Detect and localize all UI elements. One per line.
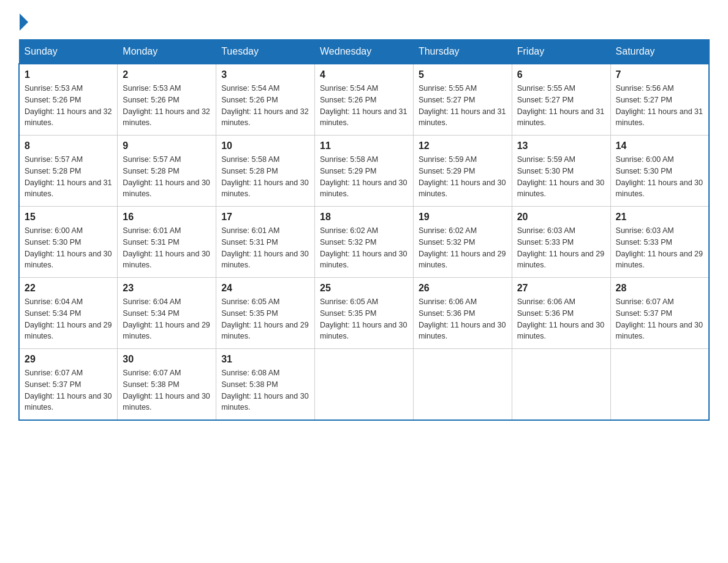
calendar-cell: 28 Sunrise: 6:07 AMSunset: 5:37 PMDaylig… <box>610 278 709 349</box>
calendar-cell: 20 Sunrise: 6:03 AMSunset: 5:33 PMDaylig… <box>512 207 610 278</box>
day-info: Sunrise: 5:57 AMSunset: 5:28 PMDaylight:… <box>25 155 112 198</box>
day-info: Sunrise: 5:59 AMSunset: 5:29 PMDaylight:… <box>419 155 506 198</box>
day-number: 11 <box>320 140 408 151</box>
calendar-week-row: 1 Sunrise: 5:53 AMSunset: 5:26 PMDayligh… <box>19 64 709 136</box>
calendar-week-row: 22 Sunrise: 6:04 AMSunset: 5:34 PMDaylig… <box>19 278 709 349</box>
day-number: 19 <box>419 212 507 223</box>
day-info: Sunrise: 5:58 AMSunset: 5:28 PMDaylight:… <box>221 155 308 198</box>
day-info: Sunrise: 5:53 AMSunset: 5:26 PMDaylight:… <box>25 84 112 127</box>
calendar-cell: 5 Sunrise: 5:55 AMSunset: 5:27 PMDayligh… <box>413 64 512 136</box>
day-info: Sunrise: 6:04 AMSunset: 5:34 PMDaylight:… <box>25 297 112 340</box>
day-info: Sunrise: 6:06 AMSunset: 5:36 PMDaylight:… <box>419 297 506 340</box>
calendar-cell: 4 Sunrise: 5:54 AMSunset: 5:26 PMDayligh… <box>315 64 414 136</box>
day-number: 26 <box>419 283 507 294</box>
day-info: Sunrise: 6:07 AMSunset: 5:37 PMDaylight:… <box>25 369 112 412</box>
calendar-cell: 27 Sunrise: 6:06 AMSunset: 5:36 PMDaylig… <box>512 278 610 349</box>
day-of-week-header: Sunday <box>19 40 118 64</box>
calendar-cell: 21 Sunrise: 6:03 AMSunset: 5:33 PMDaylig… <box>610 207 709 278</box>
calendar-cell: 8 Sunrise: 5:57 AMSunset: 5:28 PMDayligh… <box>19 136 118 207</box>
day-info: Sunrise: 6:01 AMSunset: 5:31 PMDaylight:… <box>123 226 210 269</box>
day-number: 10 <box>221 140 309 151</box>
day-of-week-header: Friday <box>512 40 610 64</box>
day-info: Sunrise: 6:08 AMSunset: 5:38 PMDaylight:… <box>221 369 308 412</box>
day-of-week-header: Saturday <box>610 40 709 64</box>
logo <box>18 12 28 28</box>
day-info: Sunrise: 6:05 AMSunset: 5:35 PMDaylight:… <box>221 297 308 340</box>
day-number: 30 <box>123 354 211 365</box>
calendar-cell <box>413 349 512 421</box>
day-of-week-header: Thursday <box>413 40 512 64</box>
day-number: 25 <box>320 283 408 294</box>
day-number: 6 <box>517 69 605 80</box>
day-info: Sunrise: 6:03 AMSunset: 5:33 PMDaylight:… <box>517 226 604 269</box>
calendar-cell <box>512 349 610 421</box>
calendar-cell: 7 Sunrise: 5:56 AMSunset: 5:27 PMDayligh… <box>610 64 709 136</box>
day-info: Sunrise: 6:00 AMSunset: 5:30 PMDaylight:… <box>616 155 703 198</box>
day-number: 21 <box>616 212 703 223</box>
day-number: 16 <box>123 212 211 223</box>
day-info: Sunrise: 5:57 AMSunset: 5:28 PMDaylight:… <box>123 155 210 198</box>
calendar-cell: 14 Sunrise: 6:00 AMSunset: 5:30 PMDaylig… <box>610 136 709 207</box>
day-of-week-header: Tuesday <box>216 40 315 64</box>
calendar-cell: 10 Sunrise: 5:58 AMSunset: 5:28 PMDaylig… <box>216 136 315 207</box>
calendar-cell: 3 Sunrise: 5:54 AMSunset: 5:26 PMDayligh… <box>216 64 315 136</box>
calendar-week-row: 15 Sunrise: 6:00 AMSunset: 5:30 PMDaylig… <box>19 207 709 278</box>
day-number: 27 <box>517 283 605 294</box>
day-number: 23 <box>123 283 211 294</box>
day-number: 9 <box>123 140 211 151</box>
day-info: Sunrise: 5:54 AMSunset: 5:26 PMDaylight:… <box>221 84 308 127</box>
calendar-cell: 29 Sunrise: 6:07 AMSunset: 5:37 PMDaylig… <box>19 349 118 421</box>
calendar-cell: 16 Sunrise: 6:01 AMSunset: 5:31 PMDaylig… <box>118 207 216 278</box>
calendar-cell: 31 Sunrise: 6:08 AMSunset: 5:38 PMDaylig… <box>216 349 315 421</box>
day-info: Sunrise: 6:04 AMSunset: 5:34 PMDaylight:… <box>123 297 210 340</box>
calendar-table: SundayMondayTuesdayWednesdayThursdayFrid… <box>18 39 710 421</box>
calendar-cell <box>610 349 709 421</box>
calendar-week-row: 29 Sunrise: 6:07 AMSunset: 5:37 PMDaylig… <box>19 349 709 421</box>
calendar-cell: 18 Sunrise: 6:02 AMSunset: 5:32 PMDaylig… <box>315 207 414 278</box>
day-number: 14 <box>616 140 703 151</box>
day-number: 15 <box>25 212 112 223</box>
day-number: 7 <box>616 69 703 80</box>
day-number: 1 <box>25 69 112 80</box>
calendar-cell <box>315 349 414 421</box>
calendar-cell: 6 Sunrise: 5:55 AMSunset: 5:27 PMDayligh… <box>512 64 610 136</box>
day-info: Sunrise: 5:54 AMSunset: 5:26 PMDaylight:… <box>320 84 407 127</box>
day-info: Sunrise: 5:59 AMSunset: 5:30 PMDaylight:… <box>517 155 604 198</box>
day-number: 22 <box>25 283 112 294</box>
day-info: Sunrise: 5:55 AMSunset: 5:27 PMDaylight:… <box>517 84 604 127</box>
calendar-cell: 17 Sunrise: 6:01 AMSunset: 5:31 PMDaylig… <box>216 207 315 278</box>
day-info: Sunrise: 6:07 AMSunset: 5:37 PMDaylight:… <box>616 297 703 340</box>
day-number: 8 <box>25 140 112 151</box>
calendar-cell: 26 Sunrise: 6:06 AMSunset: 5:36 PMDaylig… <box>413 278 512 349</box>
day-info: Sunrise: 6:07 AMSunset: 5:38 PMDaylight:… <box>123 369 210 412</box>
calendar-cell: 12 Sunrise: 5:59 AMSunset: 5:29 PMDaylig… <box>413 136 512 207</box>
page-header <box>18 12 710 28</box>
day-info: Sunrise: 5:58 AMSunset: 5:29 PMDaylight:… <box>320 155 407 198</box>
day-info: Sunrise: 6:03 AMSunset: 5:33 PMDaylight:… <box>616 226 703 269</box>
day-of-week-header: Monday <box>118 40 216 64</box>
day-info: Sunrise: 6:05 AMSunset: 5:35 PMDaylight:… <box>320 297 407 340</box>
day-of-week-header: Wednesday <box>315 40 414 64</box>
calendar-cell: 24 Sunrise: 6:05 AMSunset: 5:35 PMDaylig… <box>216 278 315 349</box>
day-info: Sunrise: 6:02 AMSunset: 5:32 PMDaylight:… <box>419 226 506 269</box>
calendar-cell: 23 Sunrise: 6:04 AMSunset: 5:34 PMDaylig… <box>118 278 216 349</box>
day-number: 3 <box>221 69 309 80</box>
day-number: 4 <box>320 69 408 80</box>
day-number: 2 <box>123 69 211 80</box>
calendar-cell: 1 Sunrise: 5:53 AMSunset: 5:26 PMDayligh… <box>19 64 118 136</box>
day-number: 31 <box>221 354 309 365</box>
day-number: 12 <box>419 140 507 151</box>
day-number: 29 <box>25 354 112 365</box>
day-number: 5 <box>419 69 507 80</box>
day-number: 24 <box>221 283 309 294</box>
day-number: 28 <box>616 283 703 294</box>
logo-arrow-icon <box>20 13 28 31</box>
calendar-cell: 22 Sunrise: 6:04 AMSunset: 5:34 PMDaylig… <box>19 278 118 349</box>
day-info: Sunrise: 5:56 AMSunset: 5:27 PMDaylight:… <box>616 84 703 127</box>
calendar-cell: 2 Sunrise: 5:53 AMSunset: 5:26 PMDayligh… <box>118 64 216 136</box>
day-number: 18 <box>320 212 408 223</box>
day-info: Sunrise: 6:00 AMSunset: 5:30 PMDaylight:… <box>25 226 112 269</box>
calendar-week-row: 8 Sunrise: 5:57 AMSunset: 5:28 PMDayligh… <box>19 136 709 207</box>
day-info: Sunrise: 5:53 AMSunset: 5:26 PMDaylight:… <box>123 84 210 127</box>
day-info: Sunrise: 6:06 AMSunset: 5:36 PMDaylight:… <box>517 297 604 340</box>
